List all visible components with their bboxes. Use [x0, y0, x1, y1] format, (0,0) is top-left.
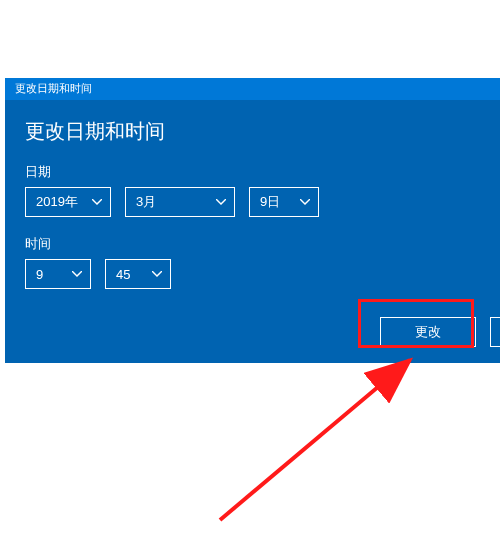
dialog-title-bar: 更改日期和时间 [5, 78, 500, 100]
change-button[interactable]: 更改 [380, 317, 476, 347]
year-select[interactable]: 2019年 [25, 187, 111, 217]
page-title: 更改日期和时间 [25, 118, 480, 145]
year-value: 2019年 [36, 193, 78, 211]
minute-value: 45 [116, 267, 130, 282]
hour-select[interactable]: 9 [25, 259, 91, 289]
day-value: 9日 [260, 193, 280, 211]
month-value: 3月 [136, 193, 156, 211]
month-select[interactable]: 3月 [125, 187, 235, 217]
chevron-down-icon [72, 271, 82, 277]
chevron-down-icon [92, 199, 102, 205]
date-row: 2019年 3月 9日 [25, 187, 480, 217]
chevron-down-icon [300, 199, 310, 205]
time-row: 9 45 [25, 259, 480, 289]
dialog-content: 更改日期和时间 日期 2019年 3月 9日 时间 [5, 100, 500, 319]
svg-line-1 [220, 360, 410, 520]
chevron-down-icon [216, 199, 226, 205]
cancel-button[interactable] [490, 317, 500, 347]
day-select[interactable]: 9日 [249, 187, 319, 217]
datetime-dialog: 更改日期和时间 更改日期和时间 日期 2019年 3月 9日 [5, 78, 500, 363]
time-label: 时间 [25, 235, 480, 253]
hour-value: 9 [36, 267, 43, 282]
annotation-arrow [120, 340, 440, 540]
minute-select[interactable]: 45 [105, 259, 171, 289]
chevron-down-icon [152, 271, 162, 277]
dialog-title: 更改日期和时间 [15, 82, 92, 94]
dialog-button-row: 更改 [380, 317, 500, 347]
date-label: 日期 [25, 163, 480, 181]
change-button-label: 更改 [415, 323, 441, 341]
